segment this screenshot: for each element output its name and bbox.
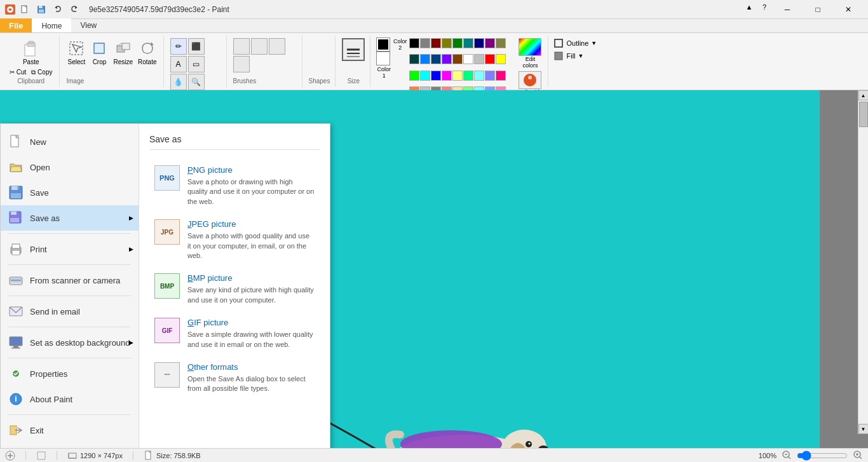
color1-swatch[interactable] [377,38,390,51]
menu-item-exit[interactable]: Exit [1,418,139,443]
color-swatch[interactable] [431,38,441,48]
edit-colors-button[interactable]: Editcolors [519,38,541,69]
minimize-button[interactable]: ─ [773,0,802,19]
save-option-png[interactable]: PNG PNG picture Save a photo or drawing … [149,160,320,212]
cut-button[interactable]: ✂ Cut [8,68,28,77]
color-swatch[interactable] [485,54,495,64]
menu-item-save-as[interactable]: Save as [1,205,139,231]
select-button[interactable]: Select [66,38,86,67]
color-swatch[interactable] [485,71,495,81]
save-option-jpeg[interactable]: JPG JPEG picture Save a photo with good … [149,214,320,266]
size-button[interactable] [342,38,365,61]
brush-2[interactable] [251,38,268,55]
color-swatch[interactable] [463,38,473,48]
color-swatch[interactable] [420,71,430,81]
color-swatch[interactable] [442,38,452,48]
brush-4[interactable] [233,56,250,72]
redo-qat-button[interactable] [67,3,81,17]
menu-item-about[interactable]: i About Paint [1,386,139,412]
color-swatch[interactable] [452,38,463,48]
undo-qat-button[interactable] [51,3,65,17]
clipboard-section: Paste ✂ Cut ⧉ Copy Clipboard [3,36,60,87]
color-swatch[interactable] [452,54,463,64]
color-swatch[interactable] [463,54,473,64]
color-swatch[interactable] [463,71,473,81]
other-icon: ··· [154,362,180,388]
image-section: Select Crop Resize Rotate Image [61,36,163,87]
vertical-scrollbar[interactable]: ▲ ▼ [858,90,868,434]
color-swatch[interactable] [409,54,419,64]
save-option-other[interactable]: ··· Other formats Open the Save As dialo… [149,357,320,399]
color-swatch[interactable] [420,38,430,48]
colors-section: Color1 Color2 Editcolors [372,36,546,87]
pencil-tool[interactable]: ✏ [170,38,187,55]
menu-item-email[interactable]: Send in email [1,299,139,324]
menu-new-label: New [30,137,46,147]
menu-item-new[interactable]: New [1,129,139,154]
fill-tool[interactable]: ⬛ [188,38,205,55]
rotate-button[interactable]: Rotate [137,38,158,67]
outline-button[interactable]: Outline ▼ [553,38,597,48]
color-swatch[interactable] [431,71,441,81]
picker-tool[interactable]: 💧 [170,74,187,90]
color-swatch[interactable] [420,54,430,64]
close-button[interactable]: ✕ [834,0,863,19]
color-swatch[interactable] [442,54,452,64]
outline-label: Outline [566,39,588,47]
color-swatch[interactable] [474,54,484,64]
color-swatch[interactable] [409,71,419,81]
text-tool[interactable]: A [170,56,187,72]
window-title: 9e5e3257490547.59d79d39ec3e2 - Paint [89,5,229,14]
color-swatch[interactable] [409,38,419,48]
zoom-out-button[interactable] [782,450,792,461]
svg-rect-65 [12,244,20,248]
color-swatch[interactable] [442,71,452,81]
copy-button[interactable]: ⧉ Copy [29,68,54,77]
zoom-in-button[interactable] [853,450,863,461]
scroll-down-button[interactable]: ▼ [858,424,869,434]
eraser-tool[interactable]: ▭ [188,56,205,72]
home-tab[interactable]: Home [32,18,71,32]
view-tab[interactable]: View [71,18,105,32]
color-swatch[interactable] [485,38,495,48]
zoom-slider[interactable] [797,451,848,461]
color-swatch[interactable] [452,71,463,81]
color2-swatch[interactable] [377,52,390,65]
paste-button[interactable]: Paste [21,38,41,67]
help-button[interactable]: ? [757,0,771,14]
file-tab[interactable]: File [0,18,32,32]
save-qat-button[interactable] [34,3,48,17]
new-qat-button[interactable] [18,3,32,17]
menu-item-desktop-bg[interactable]: Set as desktop background [1,330,139,355]
file-menu-left-panel: New Open Save [1,124,139,448]
save-option-bmp[interactable]: BMP BMP picture Save any kind of picture… [149,268,320,310]
save-as-icon [8,210,24,226]
color-swatch[interactable] [496,54,506,64]
menu-item-properties[interactable]: Properties [1,361,139,386]
menu-item-scanner[interactable]: From scanner or camera [1,268,139,293]
ribbon-collapse-button[interactable]: ▲ [742,0,756,14]
fill-button[interactable]: Fill ▼ [553,51,597,61]
crop-button[interactable]: Crop [89,38,109,67]
svg-rect-62 [11,212,17,215]
menu-item-save[interactable]: Save [1,180,139,205]
scroll-up-button[interactable]: ▲ [858,90,869,100]
menu-item-open[interactable]: Open [1,154,139,180]
color-swatch[interactable] [431,54,441,64]
resize-button[interactable]: Resize [112,38,134,67]
menu-separator-2 [8,264,131,265]
color-swatch[interactable] [496,38,506,48]
svg-rect-59 [11,193,21,198]
color-swatch[interactable] [474,71,484,81]
color-swatch[interactable] [474,38,484,48]
scroll-thumb[interactable] [859,102,868,127]
color-swatch[interactable] [496,71,506,81]
brush-3[interactable] [269,38,285,55]
magnifier-tool[interactable]: 🔍 [188,74,205,90]
image-label: Image [66,78,158,85]
svg-point-42 [529,443,531,445]
save-option-gif[interactable]: GIF GIF picture Save a simple drawing wi… [149,313,320,355]
brush-1[interactable] [233,38,250,55]
maximize-button[interactable]: □ [803,0,832,19]
menu-item-print[interactable]: Print [1,236,139,262]
